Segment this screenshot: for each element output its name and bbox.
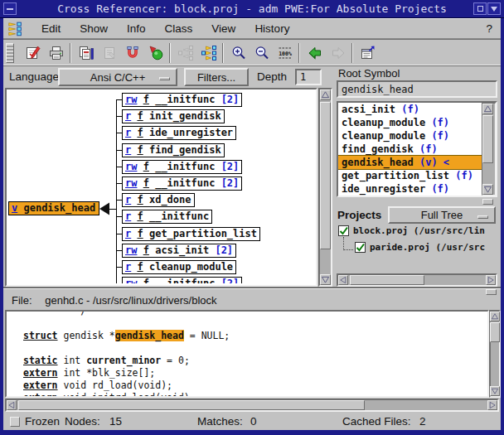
graph-connector-line (116, 150, 122, 151)
scroll-left-icon[interactable] (338, 275, 348, 285)
scroll-down-icon[interactable] (490, 386, 500, 396)
menu-class[interactable]: Class (165, 22, 193, 35)
scroll-up-icon[interactable] (320, 89, 331, 100)
symbol-list-scrollbar[interactable] (482, 103, 496, 196)
pane-sash-grip[interactable] (482, 199, 493, 205)
graph-collapse-button (174, 42, 196, 64)
symbol-list-item[interactable]: ide_unregister (f) (338, 182, 485, 196)
title-bar[interactable]: Cross Referencer: block.proj - adm PWE:F… (0, 0, 504, 18)
code-vertical-scrollbar[interactable] (489, 310, 501, 398)
code-line: extern void initrd_load(void); (23, 392, 196, 398)
checkbox-checked-icon[interactable] (355, 242, 366, 253)
scroll-down-icon[interactable] (482, 184, 493, 195)
projects-horizontal-scrollbar[interactable] (337, 273, 497, 287)
scroll-right-icon[interactable] (487, 400, 497, 410)
scroll-thumb[interactable] (320, 102, 331, 249)
code-text: */ (23, 310, 86, 317)
projects-mode-dropdown[interactable]: Full Tree (388, 206, 496, 224)
symbol-list-item[interactable]: get_partition_list (f) (338, 169, 485, 182)
pane-sash-grip[interactable] (486, 289, 497, 295)
menu-view[interactable]: View (211, 22, 235, 35)
graph-node[interactable]: rw f acsi_init [2] (122, 244, 236, 258)
scroll-thumb[interactable] (350, 275, 424, 285)
menu-history[interactable]: History (254, 22, 289, 35)
graph-node[interactable]: r f init_gendisk (122, 109, 225, 123)
print-button[interactable] (45, 42, 67, 64)
graph-node[interactable]: rw f __initfunc [2] (122, 160, 242, 174)
nodes-value: 15 (109, 415, 122, 428)
menu-info[interactable]: Info (127, 22, 146, 35)
graph-node[interactable]: r f xd_done (122, 193, 195, 207)
frozen-checkbox[interactable] (10, 417, 20, 427)
code-text: current_minor (86, 355, 161, 366)
print-icon (48, 45, 65, 61)
scroll-thumb[interactable] (490, 322, 500, 342)
graph-node[interactable]: r f find_gendisk (122, 143, 225, 157)
highlight-symbol-button[interactable] (144, 42, 167, 64)
toolbar-drag-handle[interactable] (6, 43, 14, 63)
project-item[interactable]: block.proj (/usr/src/lin (338, 225, 485, 236)
zoom-out-button[interactable] (250, 42, 273, 64)
nodes-label: Nodes: (65, 415, 100, 428)
menu-show[interactable]: Show (80, 22, 108, 35)
graph-node[interactable]: rw f __initfunc [2] (122, 93, 242, 107)
file-info: File: genhd.c - /usr/src/linux/drivers/b… (12, 294, 217, 307)
graph-node[interactable]: rw f __initfunc [2] (122, 277, 242, 283)
zoom-100-button[interactable]: 100% (274, 42, 296, 64)
matches-value: 0 (250, 415, 257, 428)
toolbar: 100% (3, 41, 501, 66)
language-dropdown[interactable]: Ansi C/C++ (58, 68, 177, 86)
edit-note-button[interactable] (22, 42, 44, 64)
edit-note-icon (25, 45, 41, 61)
symbol-list-item[interactable]: cleanup_module (f) (338, 116, 485, 129)
scroll-left-icon[interactable] (7, 400, 17, 410)
window-title: Cross Referencer: block.proj - adm PWE:F… (0, 0, 504, 18)
magnet-button[interactable] (121, 42, 143, 64)
properties-icon (360, 45, 376, 61)
menu-edit[interactable]: Edit (41, 22, 61, 35)
symbol-list-item[interactable]: acsi_init (f) (338, 103, 485, 116)
app-logo-icon (7, 22, 22, 36)
checkbox-checked-icon[interactable] (338, 225, 349, 236)
code-horizontal-scrollbar[interactable] (5, 399, 499, 412)
graph-node[interactable]: r f __initfunc (122, 210, 212, 224)
symbol-list-item[interactable]: gendisk_head (v) < (338, 156, 485, 169)
graph-root-node[interactable]: v gendisk_head (8, 201, 99, 215)
scroll-up-icon[interactable] (482, 104, 493, 114)
history-back-button[interactable] (303, 42, 326, 64)
cached-files-value: 2 (419, 415, 426, 428)
zoom-in-icon (230, 45, 247, 61)
graph-node[interactable]: r f cleanup_module (122, 260, 236, 274)
filters-button[interactable]: Filters... (184, 68, 249, 86)
source-code-viewer[interactable]: */struct gendisk *gendisk_head = NULL;st… (5, 310, 489, 398)
projects-label: Projects (337, 209, 381, 221)
depth-input[interactable] (295, 69, 322, 85)
project-item[interactable]: paride.proj (/usr/src (355, 242, 485, 253)
graph-vertical-scrollbar[interactable] (318, 88, 332, 287)
status-bar: Frozen Nodes: 15 Matches: 0 Cached Files… (3, 412, 501, 430)
zoom-in-button[interactable] (227, 42, 250, 64)
help-menu[interactable]: ? (486, 22, 492, 35)
scroll-thumb[interactable] (18, 400, 365, 410)
scroll-up-icon[interactable] (490, 312, 500, 321)
language-label: Language (9, 70, 59, 83)
document-button (98, 42, 120, 64)
toolbar-separator (351, 43, 353, 63)
graph-node[interactable]: r f ide_unregister (122, 126, 236, 140)
history-forward-button (327, 42, 349, 64)
graph-node[interactable]: rw f __initfunc [2] (122, 176, 242, 191)
scroll-thumb[interactable] (482, 115, 493, 163)
graph-expand-button[interactable] (197, 42, 220, 64)
root-symbol-input[interactable] (337, 80, 497, 98)
symbol-list-item[interactable]: cleanup_module (f) (338, 129, 485, 143)
scroll-down-icon[interactable] (320, 274, 331, 285)
properties-button[interactable] (356, 42, 379, 64)
symbol-list-item[interactable]: find_gendisk (f) (338, 143, 485, 156)
graph-node[interactable]: r f get_partition_list (122, 227, 260, 241)
projects-mode-value: Full Tree (421, 209, 463, 221)
scroll-right-icon[interactable] (486, 275, 496, 285)
code-line: extern int *blk_size[]; (23, 367, 155, 379)
copy-symbol-button[interactable] (75, 42, 97, 64)
maximize-button[interactable] (473, 2, 487, 15)
window-menu-button[interactable] (487, 2, 501, 15)
